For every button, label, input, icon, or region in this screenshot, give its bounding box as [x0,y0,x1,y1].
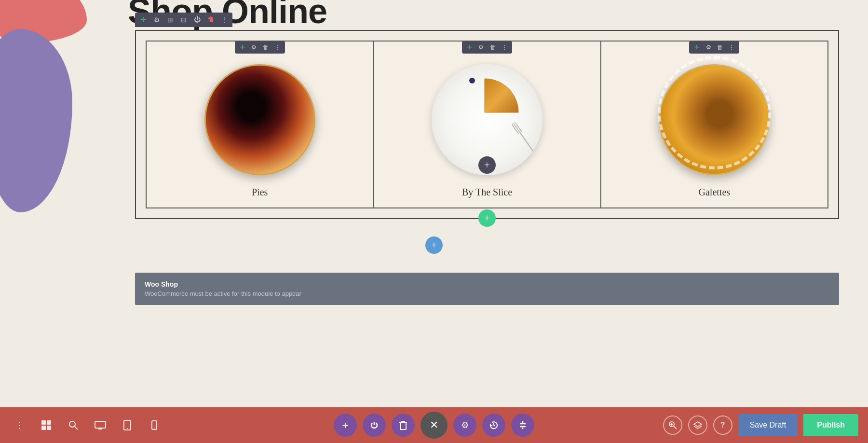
module-top-toolbar: ✛ ⚙ ⊞ ⊟ ⏻ 🗑 ⋮ [135,13,232,27]
desktop-view-button[interactable] [91,415,110,435]
module-grid-icon[interactable]: ⊟ [179,15,188,24]
grid-items-container: ✛ ⚙ 🗑 ⋮ Pies ✛ ⚙ 🗑 ⋮ [136,31,838,218]
add-content-button-slice[interactable]: + [478,156,496,174]
item-toolbar-galettes: ✛ ⚙ 🗑 ⋮ [689,41,739,54]
add-button[interactable]: + [334,414,357,437]
grid-view-button[interactable] [37,415,56,435]
module-columns-icon[interactable]: ⊞ [166,15,175,24]
item-settings-icon-pies[interactable]: ⚙ [250,43,258,51]
module-power-icon[interactable]: ⏻ [193,15,202,24]
item-settings-icon-galettes[interactable]: ⚙ [705,43,712,51]
item-more-icon-slice[interactable]: ⋮ [501,43,508,51]
reorder-button[interactable] [511,414,534,437]
item-more-icon-pies[interactable]: ⋮ [273,43,281,51]
item-more-icon-galettes[interactable]: ⋮ [728,43,735,51]
zoom-button[interactable] [663,415,682,435]
svg-rect-4 [41,420,46,425]
power-button[interactable] [363,414,386,437]
settings-button[interactable]: ⚙ [453,414,476,437]
item-delete-icon-slice[interactable]: 🗑 [489,43,497,51]
svg-rect-5 [47,420,51,425]
bottom-toolbar: ⋮ [0,407,868,443]
item-move-icon-slice[interactable]: ✛ [466,43,474,51]
module-more-icon[interactable]: ⋮ [220,15,229,24]
module-move-icon[interactable]: ✛ [139,15,148,24]
bottom-right-tools: ? Save Draft Publish [663,414,858,436]
add-section-button-module[interactable]: + [478,209,496,227]
module-settings-icon[interactable]: ⚙ [152,15,161,24]
item-delete-icon-pies[interactable]: 🗑 [262,43,270,51]
item-move-icon-pies[interactable]: ✛ [239,43,246,51]
publish-button[interactable]: Publish [803,414,858,436]
tablet-view-button[interactable] [118,415,137,435]
pie-slice-svg [446,74,523,151]
module-delete-icon[interactable]: 🗑 [206,15,215,24]
pie-label-galettes: Galettes [699,187,731,198]
woo-shop-title: Woo Shop [145,280,829,288]
svg-line-9 [75,427,78,429]
svg-point-14 [127,428,128,429]
pie-image-galette [659,64,770,175]
pie-image-berry [204,64,315,175]
layers-button[interactable] [688,415,707,435]
item-toolbar-slice: ✛ ⚙ 🗑 ⋮ [462,41,512,54]
save-draft-button[interactable]: Save Draft [738,414,798,436]
add-section-button-main[interactable]: + [425,236,443,254]
history-button[interactable] [482,414,505,437]
svg-point-16 [154,428,155,429]
more-options-button[interactable]: ⋮ [10,415,29,435]
svg-line-20 [674,426,677,429]
bottom-center-tools: + ✕ ⚙ [334,412,534,439]
grid-item-galettes: ✛ ⚙ 🗑 ⋮ Galettes [600,41,828,208]
help-button[interactable]: ? [713,415,732,435]
blueberry-decoration [469,78,475,83]
bottom-left-tools: ⋮ [10,415,164,435]
svg-point-8 [69,421,75,427]
woo-shop-description: WooCommerce must be active for this modu… [145,290,829,297]
close-button[interactable]: ✕ [420,412,448,439]
pie-label-slice: By The Slice [462,187,512,198]
pie-label-pies: Pies [252,187,268,198]
woo-shop-notice: Woo Shop WooCommerce must be active for … [135,273,839,305]
item-delete-icon-galettes[interactable]: 🗑 [716,43,724,51]
mobile-view-button[interactable] [145,415,164,435]
svg-rect-7 [47,426,51,430]
page-content: Shop Online ✛ ⚙ ⊞ ⊟ ⏻ 🗑 ⋮ Module Setting… [0,0,868,407]
delete-button[interactable] [392,414,415,437]
module-container: ✛ ⚙ ⊞ ⊟ ⏻ 🗑 ⋮ Module Settings ✛ ⚙ 🗑 ⋮ [135,30,839,219]
item-settings-icon-slice[interactable]: ⚙ [477,43,485,51]
search-button[interactable] [64,415,83,435]
grid-item-slice: ✛ ⚙ 🗑 ⋮ [373,41,601,208]
svg-marker-23 [694,422,702,427]
item-move-icon-galettes[interactable]: ✛ [693,43,701,51]
grid-item-pies: ✛ ⚙ 🗑 ⋮ Pies [146,41,374,208]
item-toolbar-pies: ✛ ⚙ 🗑 ⋮ [235,41,285,54]
svg-rect-10 [95,421,106,428]
svg-rect-6 [41,426,46,430]
